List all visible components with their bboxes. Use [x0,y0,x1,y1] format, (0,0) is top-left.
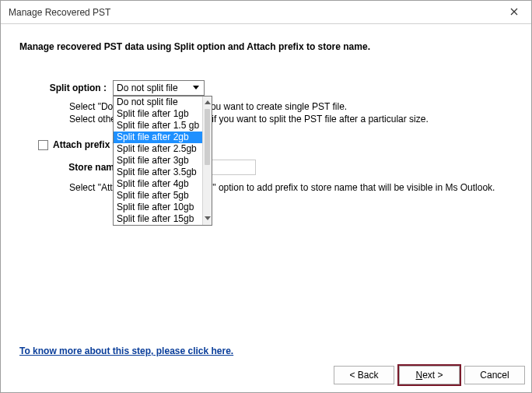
dropdown-option[interactable]: Split file after 1gb [114,108,202,120]
close-button[interactable] [497,1,531,24]
cancel-button[interactable]: Cancel [464,366,525,384]
dropdown-option[interactable]: Split file after 10gb [114,202,202,213]
back-button[interactable]: < Back [334,366,394,384]
dropdown-option[interactable]: Split file after 5gb [114,190,202,202]
dropdown-list: Do not split fileSplit file after 1gbSpl… [114,96,202,225]
button-row: < Back Next > Cancel [19,366,525,384]
dropdown-option[interactable]: Split file after 4gb [114,178,202,190]
titlebar: Manage Recovered PST [1,1,531,24]
dropdown-option[interactable]: Split file after 3gb [114,155,202,167]
scroll-up-icon[interactable] [203,96,212,109]
dropdown-option[interactable]: Split file after 2gb [114,132,202,143]
attach-prefix-checkbox[interactable] [38,140,48,150]
window-title: Manage Recovered PST [9,7,497,18]
scroll-track[interactable] [203,109,212,212]
attach-prefix-row: Attach prefix to store name : [38,139,513,150]
cancel-button-label: Cancel [480,370,509,381]
split-option-label: Split option : [19,80,113,93]
footer: To know more about this step, please cli… [1,346,531,392]
back-button-label: < Back [349,370,378,381]
split-option-row: Split option : Do not split file Do not … [19,80,513,96]
dropdown-option[interactable]: Split file after 2.5gb [114,143,202,155]
dialog-heading: Manage recovered PST data using Split op… [19,41,513,52]
split-option-selected: Do not split file [117,82,190,93]
dropdown-scrollbar[interactable] [202,96,212,225]
dropdown-option[interactable]: Split file after 15gb [114,213,202,225]
dialog-content: Manage recovered PST data using Split op… [1,24,531,392]
dropdown-option[interactable]: Do not split file [114,96,202,108]
dropdown-option[interactable]: Split file after 3.5gb [114,167,202,178]
dropdown-option[interactable]: Split file after 1.5 gb [114,120,202,132]
split-option-combobox[interactable]: Do not split file [113,80,205,96]
next-rest: ext > [422,370,443,381]
dropdown-arrow-icon [190,82,202,94]
next-button-label: Next > [415,370,443,381]
help-link[interactable]: To know more about this step, please cli… [19,346,233,356]
scroll-thumb[interactable] [205,109,210,165]
close-icon [510,6,518,18]
split-option-dropdown: Do not split fileSplit file after 1gbSpl… [113,96,212,226]
next-button[interactable]: Next > [399,366,460,384]
split-option-combo-wrap: Do not split file Do not split fileSplit… [113,80,205,96]
dialog-window: Manage Recovered PST Manage recovered PS… [0,0,532,393]
scroll-down-icon[interactable] [203,212,212,225]
